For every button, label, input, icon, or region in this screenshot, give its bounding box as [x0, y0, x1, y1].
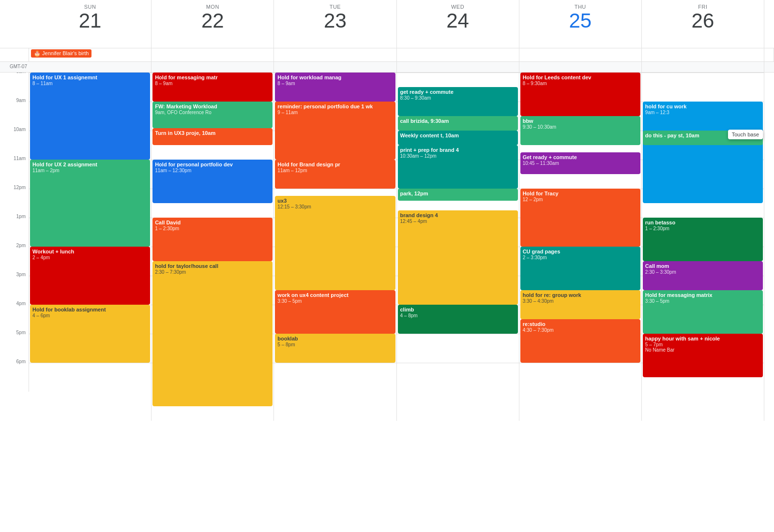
birthday-thu-cell: [519, 48, 642, 61]
event-colTue-5[interactable]: booklab5 – 8pm: [275, 334, 395, 363]
birthday-offset: [0, 48, 29, 61]
header-tue: Tue 23: [274, 0, 396, 48]
col-fri: hold for cu work9am – 12:3do this - pay …: [642, 73, 764, 421]
gmt-tue: [274, 62, 396, 72]
event-colFri-2[interactable]: run betasso1 – 2:30pm: [643, 218, 763, 261]
hour-line: [397, 334, 519, 334]
event-colTue-1[interactable]: reminder: personal portfolio due 1 wk9 –…: [275, 102, 395, 160]
gmt-fri: [642, 62, 764, 72]
event-colTue-4[interactable]: work on ux4 content project3:30 – 5pm: [275, 290, 395, 334]
hour-line: [397, 363, 519, 363]
birthday-tag[interactable]: 🎂 Jennifer Blair's birth: [31, 49, 91, 58]
header-fri: Fri 26: [642, 0, 764, 48]
calendar: Sun 21 Mon 22 Tue 23 Wed 24 Thu 25 Fri 2…: [0, 0, 774, 532]
time-label-6pm: 6pm: [0, 359, 26, 364]
event-colFri-4[interactable]: Hold for messaging matrix3:30 – 5pm: [643, 290, 763, 334]
event-colMon-1[interactable]: FW: Marketing Workload9am, OFO Conferenc…: [152, 102, 273, 128]
day-number-sun: 21: [79, 11, 102, 31]
col-thu: Hold for Leeds content dev8 – 9:30ambbw9…: [519, 73, 642, 421]
event-colTue-0[interactable]: Hold for workload manag8 – 9am: [275, 73, 395, 102]
event-colWed-2[interactable]: Weekly content t, 10am: [398, 131, 518, 145]
day-number-tue: 23: [324, 11, 347, 31]
event-colFri-5[interactable]: happy hour with sam + nicole5 – 7pm No N…: [643, 334, 763, 377]
hour-line: [642, 73, 764, 73]
header-scrollbar-offset: [764, 0, 774, 48]
time-label-9am: 9am: [0, 98, 26, 103]
gmt-scroll: [764, 62, 774, 72]
gmt-mon: [152, 62, 274, 72]
gmt-row: GMT-07: [0, 62, 774, 73]
header-sun: Sun 21: [29, 0, 152, 48]
event-colMon-4[interactable]: Call David1 – 2:30pm: [152, 218, 273, 261]
time-label-1pm: 1pm: [0, 214, 26, 219]
event-colWed-0[interactable]: get ready + commute8:30 – 9:30am: [398, 87, 518, 116]
time-label-8am: 8am: [0, 73, 26, 74]
event-colThu-4[interactable]: CU grad pages2 – 3:30pm: [520, 247, 640, 290]
time-label-12pm: 12pm: [0, 185, 26, 190]
gmt-wed: [397, 62, 519, 72]
event-colThu-5[interactable]: hold for re: group work3:30 – 4:30pm: [520, 290, 640, 319]
event-colThu-1[interactable]: bbw9:30 – 10:30am: [520, 116, 640, 145]
event-colTue-3[interactable]: ux312:15 – 3:30pm: [275, 196, 395, 290]
birthday-mon-cell: [152, 48, 274, 61]
event-colThu-0[interactable]: Hold for Leeds content dev8 – 9:30am: [520, 73, 640, 116]
day-number-mon: 22: [201, 11, 224, 31]
event-colWed-4[interactable]: park, 12pm: [398, 189, 518, 201]
event-colFri-0[interactable]: hold for cu work9am – 12:3: [643, 102, 763, 203]
event-colMon-3[interactable]: Hold for personal portfolio dev11am – 12…: [152, 160, 273, 203]
time-label-11am: 11am: [0, 156, 26, 161]
event-colThu-6[interactable]: re:studio4:30 – 7:30pm: [520, 319, 640, 363]
event-colWed-6[interactable]: climb4 – 8pm: [398, 305, 518, 334]
col-mon: Hold for messaging matr8 – 9amFW: Market…: [152, 73, 274, 421]
event-colWed-5[interactable]: brand design 412:45 – 4pm: [398, 210, 518, 305]
gmt-label: GMT-07: [0, 62, 29, 72]
time-label-2pm: 2pm: [0, 243, 26, 248]
birthday-wed-cell: [397, 48, 519, 61]
time-label-5pm: 5pm: [0, 330, 26, 335]
calendar-body[interactable]: 8am9am10am11am12pm1pm2pm3pm4pm5pm6pm Hol…: [0, 73, 774, 532]
event-colWed-1[interactable]: call brizida, 9:30am: [398, 116, 518, 131]
col-sun: Hold for UX 1 assignemnt8 – 11amHold for…: [29, 73, 152, 421]
hour-line: [274, 363, 396, 363]
event-colTue-2[interactable]: Hold for Brand design pr11am – 12pm: [275, 160, 395, 189]
day-number-wed: 24: [446, 11, 469, 31]
event-colThu-2[interactable]: Get ready + commute10:45 – 11:30am: [520, 152, 640, 174]
birthday-fri-cell: [642, 48, 764, 61]
event-colSun-1[interactable]: Hold for UX 2 assignment11am – 2pm: [30, 160, 150, 247]
birthday-sun-cell: 🎂 Jennifer Blair's birth: [29, 48, 152, 61]
event-colMon-5[interactable]: hold for taylor/house call2:30 – 7:30pm: [152, 261, 273, 406]
header-wed: Wed 24: [397, 0, 519, 48]
hour-line: [519, 363, 641, 363]
hour-line: [274, 189, 396, 189]
header-mon: Mon 22: [152, 0, 274, 48]
col-wed: get ready + commute8:30 – 9:30amcall bri…: [397, 73, 519, 421]
scroll-col: [764, 73, 774, 421]
time-label-3pm: 3pm: [0, 272, 26, 277]
time-label-10am: 10am: [0, 127, 26, 132]
event-colSun-0[interactable]: Hold for UX 1 assignemnt8 – 11am: [30, 73, 150, 160]
time-grid: 8am9am10am11am12pm1pm2pm3pm4pm5pm6pm Hol…: [0, 73, 774, 421]
time-label-4pm: 4pm: [0, 301, 26, 306]
event-colWed-3[interactable]: print + prep for brand 410:30am – 12pm: [398, 145, 518, 189]
birthday-tue-cell: [274, 48, 396, 61]
event-colFri-3[interactable]: Call mom2:30 – 3:30pm: [643, 261, 763, 290]
event-colSun-3[interactable]: Hold for booklab assignment4 – 6pm: [30, 305, 150, 363]
event-colMon-0[interactable]: Hold for messaging matr8 – 9am: [152, 73, 273, 102]
col-tue: Hold for workload manag8 – 9amreminder: …: [274, 73, 396, 421]
hour-line: [29, 363, 151, 363]
header-row: Sun 21 Mon 22 Tue 23 Wed 24 Thu 25 Fri 2…: [0, 0, 774, 48]
hour-line: [397, 73, 519, 73]
gmt-thu: [519, 62, 642, 72]
gmt-sun: [29, 62, 152, 72]
time-labels: 8am9am10am11am12pm1pm2pm3pm4pm5pm6pm: [0, 73, 29, 392]
event-colSun-2[interactable]: Workout + lunch2 – 4pm: [30, 247, 150, 305]
day-number-fri: 26: [692, 11, 714, 31]
birthday-row: 🎂 Jennifer Blair's birth: [0, 48, 774, 62]
event-colThu-3[interactable]: Hold for Tracy12 – 2pm: [520, 189, 640, 247]
event-colMon-2[interactable]: Turn in UX3 proje, 10am: [152, 128, 273, 145]
header-offset: [0, 0, 29, 48]
day-number-thu: 25: [569, 11, 592, 31]
touch-base-tooltip: Touch base: [728, 130, 763, 139]
header-thu: Thu 25: [519, 0, 642, 48]
birthday-scroll: [764, 48, 774, 61]
